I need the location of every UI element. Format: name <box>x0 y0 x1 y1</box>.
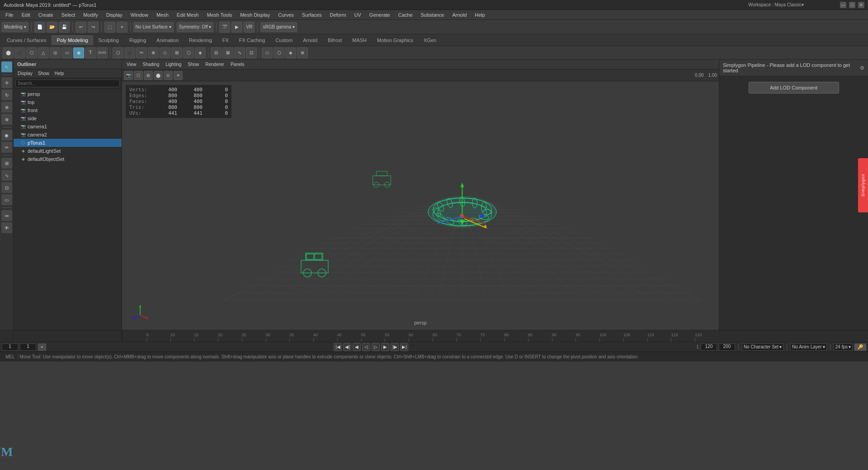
tab-animation[interactable]: Animation <box>151 35 184 45</box>
new-file-button[interactable]: 📄 <box>34 22 45 33</box>
torus-tool[interactable]: ◎ <box>50 47 61 58</box>
outliner-item-pTorus1[interactable]: ⬡pTorus1 <box>14 139 122 147</box>
chamfer-tool[interactable]: ◈ <box>195 47 206 58</box>
save-file-button[interactable]: 💾 <box>59 22 70 33</box>
mirror-tool[interactable]: ⇔ <box>1 210 12 221</box>
next-key-button[interactable]: |▶ <box>391 343 399 351</box>
bevel-tool[interactable]: ◇ <box>160 47 170 58</box>
viewport-3d[interactable] <box>122 81 719 330</box>
menu-item-mesh-display[interactable]: Mesh Display <box>236 11 274 19</box>
viewport-menu-view[interactable]: View <box>124 61 139 68</box>
menu-item-edit-mesh[interactable]: Edit Mesh <box>173 11 203 19</box>
viewport-canvas[interactable]: Verts: 400 400 0 Edges: 800 800 0 Faces:… <box>122 81 719 330</box>
sphere-tool[interactable]: ⬤ <box>3 47 14 58</box>
go-start-button[interactable]: |◀ <box>334 343 342 351</box>
menu-item-uv[interactable]: UV <box>351 11 365 19</box>
minimize-button[interactable]: — <box>840 2 846 8</box>
step-fwd-button[interactable]: ▶ <box>381 343 389 351</box>
viewport-menu-panels[interactable]: Panels <box>228 61 247 68</box>
slide-edge-tool[interactable]: ⊡ <box>246 47 257 58</box>
multi-cut-tool[interactable]: ✂ <box>136 47 147 58</box>
tab-xgen[interactable]: XGen <box>419 35 441 45</box>
cylinder-tool[interactable]: ⬡ <box>26 47 37 58</box>
menu-item-display[interactable]: Display <box>103 11 126 19</box>
prev-key-button[interactable]: ◀| <box>343 343 351 351</box>
cube-tool[interactable]: ⬛ <box>14 47 25 58</box>
append-poly-tool[interactable]: ⬡ <box>113 47 123 58</box>
vp-wire-btn[interactable]: ⊞ <box>144 71 153 80</box>
simplygon-side-tab[interactable]: Simplygon <box>858 158 868 212</box>
rotate-tool[interactable]: ↻ <box>1 89 12 100</box>
viewport-menu-shading[interactable]: Shading <box>140 61 162 68</box>
viewport-menu-lighting[interactable]: Lighting <box>163 61 184 68</box>
snap-point[interactable]: ⊡ <box>1 182 12 193</box>
sub-frame-input[interactable]: 1 <box>20 343 36 351</box>
outliner-item-top[interactable]: 📷top <box>14 98 122 106</box>
workspace-dropdown[interactable]: Modeling ▾ <box>2 22 28 32</box>
tab-poly-modeling[interactable]: Poly Modeling <box>52 35 93 45</box>
tab-fx-caching[interactable]: FX Caching <box>234 35 270 45</box>
snap-grid[interactable]: ⊞ <box>1 158 12 169</box>
play-fwd-button[interactable]: ▷ <box>372 343 380 351</box>
tab-mash[interactable]: MASH <box>347 35 372 45</box>
close-button[interactable]: ✕ <box>858 2 864 8</box>
tab-rendering[interactable]: Rendering <box>184 35 217 45</box>
mel-label[interactable]: MEL <box>3 354 18 359</box>
snap-surface[interactable]: ▭ <box>1 194 12 205</box>
menu-item-arnold[interactable]: Arnold <box>448 11 470 19</box>
viewport-menu-renderer[interactable]: Renderer <box>203 61 227 68</box>
ring-loop-tool[interactable]: ⊠ <box>222 47 233 58</box>
outliner-menu-help[interactable]: Help <box>52 70 66 77</box>
text-tool[interactable]: T <box>85 47 96 58</box>
vp-tex-btn[interactable]: ⊙ <box>164 71 173 80</box>
fps-dropdown[interactable]: 24 fps ▾ <box>834 343 853 351</box>
menu-item-select[interactable]: Select <box>58 11 79 19</box>
redo-button[interactable]: ↪ <box>88 22 99 33</box>
outliner-item-defaultLightSet[interactable]: ◈defaultLightSet <box>14 147 122 155</box>
tab-rigging[interactable]: Rigging <box>124 35 151 45</box>
play-back-button[interactable]: ◁ <box>362 343 370 351</box>
menu-item-edit[interactable]: Edit <box>18 11 34 19</box>
viewport-menu-show[interactable]: Show <box>185 61 202 68</box>
snap-curve[interactable]: ∿ <box>1 170 12 181</box>
crease-tool[interactable]: ∿ <box>234 47 245 58</box>
outliner-item-camera2[interactable]: 📷camera2 <box>14 131 122 139</box>
select-tool-button[interactable]: ⬚ <box>104 22 115 33</box>
anim-end-input[interactable]: 200 <box>719 343 735 351</box>
vp-light-btn[interactable]: ☀ <box>174 71 183 80</box>
range-end-input[interactable]: 120 <box>701 343 717 351</box>
tab-custom[interactable]: Custom <box>270 35 297 45</box>
outliner-search-input[interactable] <box>15 80 120 87</box>
vp-shade-btn[interactable]: ⬤ <box>154 71 163 80</box>
menu-item-modify[interactable]: Modify <box>80 11 101 19</box>
current-frame-input[interactable]: 1 <box>2 343 18 351</box>
menu-item-mesh-tools[interactable]: Mesh Tools <box>203 11 236 19</box>
cam-controls-button[interactable]: 🎬 <box>219 22 230 33</box>
tab-sculpting[interactable]: Sculpting <box>94 35 124 45</box>
plane-tool[interactable]: ▭ <box>61 47 72 58</box>
anim-layer-dropdown[interactable]: No Anim Layer ▾ <box>790 343 827 351</box>
edge-loop-tool[interactable]: ⊟ <box>211 47 222 58</box>
gamma-dropdown[interactable]: sRGB gamma ▾ <box>260 22 297 32</box>
menu-item-surfaces[interactable]: Surfaces <box>298 11 325 19</box>
universal-manip[interactable]: ⊗ <box>1 114 12 125</box>
step-back-button[interactable]: ◀ <box>353 343 361 351</box>
outliner-item-front[interactable]: 📷front <box>14 106 122 114</box>
outliner-item-persp[interactable]: 📷persp <box>14 90 122 98</box>
merge-center-tool[interactable]: ⊛ <box>297 47 308 58</box>
merge-tool[interactable]: ⬡ <box>183 47 194 58</box>
paint-sel[interactable]: ✏ <box>1 142 12 153</box>
tab-arnold[interactable]: Arnold <box>298 35 322 45</box>
outliner-item-defaultObjectSet[interactable]: ◈defaultObjectSet <box>14 155 122 163</box>
scale-tool[interactable]: ⊕ <box>1 102 12 113</box>
add-lod-button[interactable]: Add LOD Component <box>749 82 839 94</box>
menu-item-cache[interactable]: Cache <box>395 11 416 19</box>
lasso-tool-button[interactable]: ⌖ <box>117 22 127 33</box>
vp-iso-btn[interactable]: ⬡ <box>134 71 143 80</box>
live-surface-dropdown[interactable]: No Live Surface ▾ <box>133 22 174 32</box>
vp-cam-btn[interactable]: 📷 <box>124 71 133 80</box>
fill-hole-tool[interactable]: ◈ <box>285 47 296 58</box>
tab-curves-/-surfaces[interactable]: Curves / Surfaces <box>2 35 51 45</box>
vr-button[interactable]: VR <box>244 22 255 33</box>
render-button[interactable]: ▶ <box>231 22 242 33</box>
